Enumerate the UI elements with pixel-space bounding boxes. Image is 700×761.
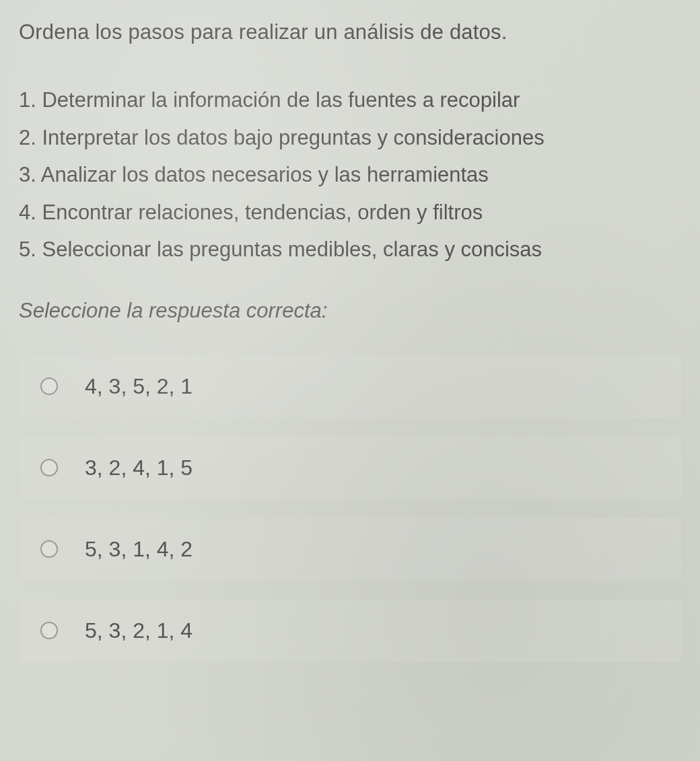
- option-label: 5, 3, 1, 4, 2: [85, 537, 193, 562]
- step-item: 3. Analizar los datos necesarios y las h…: [19, 158, 681, 192]
- option-row[interactable]: 3, 2, 4, 1, 5: [19, 437, 681, 499]
- question-title: Ordena los pasos para realizar un anális…: [19, 20, 681, 44]
- option-row[interactable]: 5, 3, 1, 4, 2: [19, 518, 681, 581]
- options-group: 4, 3, 5, 2, 1 3, 2, 4, 1, 5 5, 3, 1, 4, …: [19, 355, 681, 681]
- radio-icon[interactable]: [40, 622, 58, 639]
- step-item: 1. Determinar la información de las fuen…: [19, 83, 681, 117]
- option-label: 5, 3, 2, 1, 4: [85, 618, 193, 643]
- steps-list: 1. Determinar la información de las fuen…: [19, 83, 681, 266]
- step-item: 4. Encontrar relaciones, tendencias, ord…: [19, 196, 681, 229]
- radio-icon[interactable]: [40, 459, 58, 476]
- option-row[interactable]: 4, 3, 5, 2, 1: [19, 355, 681, 418]
- step-item: 5. Seleccionar las preguntas medibles, c…: [19, 233, 681, 266]
- radio-icon[interactable]: [40, 540, 58, 558]
- radio-icon[interactable]: [40, 377, 58, 395]
- select-prompt: Seleccione la respuesta correcta:: [19, 299, 681, 323]
- option-label: 4, 3, 5, 2, 1: [85, 374, 193, 399]
- option-row[interactable]: 5, 3, 2, 1, 4: [19, 600, 681, 662]
- step-item: 2. Interpretar los datos bajo preguntas …: [19, 121, 681, 155]
- option-label: 3, 2, 4, 1, 5: [85, 456, 193, 480]
